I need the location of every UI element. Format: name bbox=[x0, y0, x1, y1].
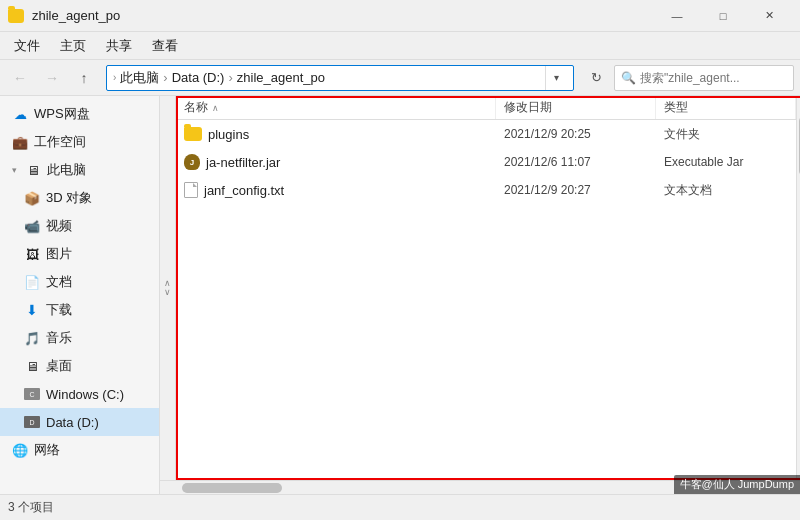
sidebar-label-3d: 3D 对象 bbox=[46, 189, 92, 207]
minimize-button[interactable]: — bbox=[654, 0, 700, 32]
drive-d-icon: D bbox=[24, 414, 40, 430]
vertical-scrollbar[interactable] bbox=[796, 96, 800, 480]
title-bar: zhile_agent_po — □ ✕ bbox=[0, 0, 800, 32]
title-controls: — □ ✕ bbox=[654, 0, 792, 32]
cloud-icon: ☁ bbox=[12, 106, 28, 122]
column-headers: 名称 ∧ 修改日期 类型 bbox=[176, 96, 796, 120]
sidebar-item-image[interactable]: 🖼 图片 bbox=[0, 240, 159, 268]
folder-icon bbox=[8, 9, 24, 23]
computer-icon: 🖥 bbox=[25, 162, 41, 178]
sidebar-item-music[interactable]: 🎵 音乐 bbox=[0, 324, 159, 352]
menu-share[interactable]: 共享 bbox=[96, 34, 142, 58]
menu-home[interactable]: 主页 bbox=[50, 34, 96, 58]
col-header-name[interactable]: 名称 ∧ bbox=[176, 96, 496, 119]
title-bar-icons bbox=[8, 8, 24, 24]
sidebar-label-network: 网络 bbox=[34, 441, 60, 459]
sidebar-label-drive-d: Data (D:) bbox=[46, 415, 99, 430]
file-date-2: 2021/12/9 20:27 bbox=[496, 176, 656, 204]
sidebar-label-wps: WPS网盘 bbox=[34, 105, 90, 123]
sidebar: ☁ WPS网盘 💼 工作空间 ▾ 🖥 此电脑 📦 3D 对象 📹 视频 🖼 图片 bbox=[0, 96, 160, 494]
jar-icon bbox=[184, 154, 200, 170]
sidebar-label-workspace: 工作空间 bbox=[34, 133, 86, 151]
sidebar-item-thispc[interactable]: ▾ 🖥 此电脑 bbox=[0, 156, 159, 184]
sidebar-item-3d[interactable]: 📦 3D 对象 bbox=[0, 184, 159, 212]
file-list: 名称 ∧ 修改日期 类型 plugins bbox=[176, 96, 796, 480]
desktop-icon: 🖥 bbox=[24, 358, 40, 374]
file-name-cell: ja-netfilter.jar bbox=[176, 148, 496, 176]
menu-file[interactable]: 文件 bbox=[4, 34, 50, 58]
sidebar-label-document: 文档 bbox=[46, 273, 72, 291]
sidebar-item-desktop[interactable]: 🖥 桌面 bbox=[0, 352, 159, 380]
address-sep-0: › bbox=[163, 70, 167, 85]
file-type-1: Executable Jar bbox=[656, 148, 796, 176]
sidebar-item-document[interactable]: 📄 文档 bbox=[0, 268, 159, 296]
video-icon: 📹 bbox=[24, 218, 40, 234]
sidebar-item-wps[interactable]: ☁ WPS网盘 bbox=[0, 100, 159, 128]
network-icon: 🌐 bbox=[12, 442, 28, 458]
col-sort-arrow: ∧ bbox=[212, 103, 219, 113]
image-icon: 🖼 bbox=[24, 246, 40, 262]
menu-view[interactable]: 查看 bbox=[142, 34, 188, 58]
back-button[interactable]: ← bbox=[6, 64, 34, 92]
up-button[interactable]: ↑ bbox=[70, 64, 98, 92]
file-name-2: janf_config.txt bbox=[204, 183, 284, 198]
search-box[interactable]: 🔍 bbox=[614, 65, 794, 91]
menu-bar: 文件 主页 共享 查看 bbox=[0, 32, 800, 60]
main-layout: ☁ WPS网盘 💼 工作空间 ▾ 🖥 此电脑 📦 3D 对象 📹 视频 🖼 图片 bbox=[0, 96, 800, 494]
sidebar-label-desktop: 桌面 bbox=[46, 357, 72, 375]
briefcase-icon: 💼 bbox=[12, 134, 28, 150]
col-date-label: 修改日期 bbox=[504, 99, 552, 116]
folder-icon bbox=[184, 127, 202, 141]
col-name-label: 名称 bbox=[184, 99, 208, 116]
address-dropdown-button[interactable]: ▾ bbox=[545, 66, 567, 90]
toolbar: ← → ↑ › 此电脑 › Data (D:) › zhile_agent_po… bbox=[0, 60, 800, 96]
address-path: 此电脑 › Data (D:) › zhile_agent_po bbox=[120, 69, 545, 87]
content-scroll: ∧ ∨ 名称 ∧ 修改日期 类型 bbox=[160, 96, 800, 480]
file-name-cell: plugins bbox=[176, 120, 496, 148]
txt-icon bbox=[184, 182, 198, 198]
forward-button[interactable]: → bbox=[38, 64, 66, 92]
content-area: ∧ ∨ 名称 ∧ 修改日期 类型 bbox=[160, 96, 800, 494]
sidebar-item-network[interactable]: 🌐 网络 bbox=[0, 436, 159, 464]
sidebar-item-video[interactable]: 📹 视频 bbox=[0, 212, 159, 240]
close-button[interactable]: ✕ bbox=[746, 0, 792, 32]
music-icon: 🎵 bbox=[24, 330, 40, 346]
sidebar-label-video: 视频 bbox=[46, 217, 72, 235]
download-icon: ⬇ bbox=[24, 302, 40, 318]
sidebar-item-workspace[interactable]: 💼 工作空间 bbox=[0, 128, 159, 156]
col-header-type[interactable]: 类型 bbox=[656, 96, 796, 119]
watermark-text: 牛客@仙人 JumpDump bbox=[680, 478, 794, 490]
status-bar: 3 个项目 bbox=[0, 494, 800, 520]
document-icon: 📄 bbox=[24, 274, 40, 290]
file-type-2: 文本文档 bbox=[656, 176, 796, 204]
watermark: 牛客@仙人 JumpDump bbox=[674, 475, 800, 494]
file-name-1: ja-netfilter.jar bbox=[206, 155, 280, 170]
drive-c-icon: C bbox=[24, 386, 40, 402]
sidebar-label-image: 图片 bbox=[46, 245, 72, 263]
table-row[interactable]: ja-netfilter.jar 2021/12/6 11:07 Executa… bbox=[176, 148, 796, 176]
sidebar-label-drive-c: Windows (C:) bbox=[46, 387, 124, 402]
refresh-button[interactable]: ↻ bbox=[582, 65, 610, 91]
address-chevron-icon: › bbox=[113, 72, 116, 83]
file-name-cell: janf_config.txt bbox=[176, 176, 496, 204]
col-header-date[interactable]: 修改日期 bbox=[496, 96, 656, 119]
address-part-1: Data (D:) bbox=[172, 70, 225, 85]
collapse-button[interactable]: ∧ ∨ bbox=[160, 96, 176, 480]
table-row[interactable]: janf_config.txt 2021/12/9 20:27 文本文档 bbox=[176, 176, 796, 204]
maximize-button[interactable]: □ bbox=[700, 0, 746, 32]
table-row[interactable]: plugins 2021/12/9 20:25 文件夹 bbox=[176, 120, 796, 148]
file-type-0: 文件夹 bbox=[656, 120, 796, 148]
title-page-icon bbox=[8, 8, 24, 24]
sidebar-label-download: 下载 bbox=[46, 301, 72, 319]
expand-arrow-thispc: ▾ bbox=[12, 165, 17, 175]
search-input[interactable] bbox=[640, 71, 790, 85]
sidebar-item-download[interactable]: ⬇ 下载 bbox=[0, 296, 159, 324]
window-title: zhile_agent_po bbox=[32, 8, 654, 23]
horiz-scrollbar-thumb[interactable] bbox=[182, 483, 282, 493]
cube-icon: 📦 bbox=[24, 190, 40, 206]
search-icon: 🔍 bbox=[621, 71, 636, 85]
sidebar-item-drive-c[interactable]: C Windows (C:) bbox=[0, 380, 159, 408]
sidebar-label-music: 音乐 bbox=[46, 329, 72, 347]
address-bar[interactable]: › 此电脑 › Data (D:) › zhile_agent_po ▾ bbox=[106, 65, 574, 91]
sidebar-item-drive-d[interactable]: D Data (D:) bbox=[0, 408, 159, 436]
